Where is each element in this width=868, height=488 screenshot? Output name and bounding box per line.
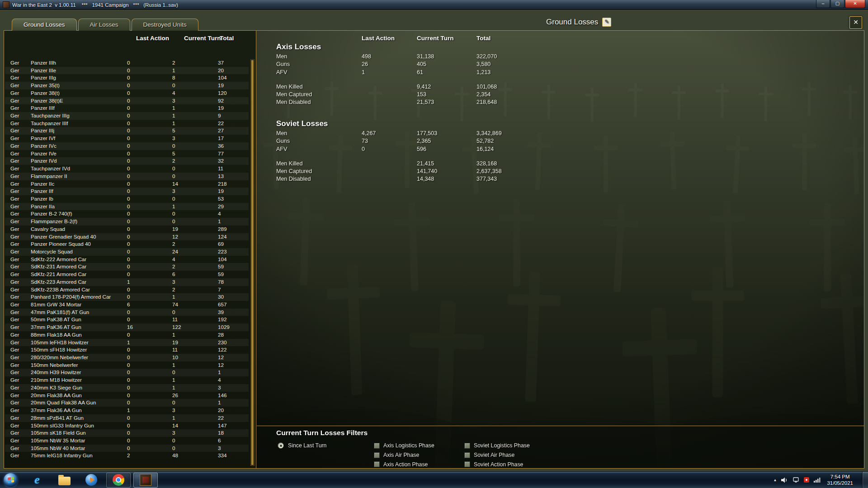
table-row[interactable]: Ger37mm PaK36 AT Gun161221029 [5,324,249,331]
table-row[interactable]: GerPanzer Grenadier Squad 40012124 [5,233,249,241]
table-row[interactable]: GerPanhard 178-P204(f) Armored Car0130 [5,293,249,301]
minimize-button[interactable]: – [816,0,830,8]
filter-checkbox[interactable]: Axis Action Phase [374,460,464,469]
filter-checkbox[interactable]: Soviet Logistics Phase [464,441,530,450]
taskbar-chrome-button[interactable] [106,473,131,488]
table-row[interactable]: GerPanzer 38(t)04120 [5,89,249,97]
table-row[interactable]: GerSdKfz-221 Armored Car0659 [5,271,249,278]
cell-last: 0 [127,369,130,376]
cell-tot: 1 [218,218,221,225]
taskbar-ie-button[interactable]: e [25,473,49,488]
tab-destroyed-units[interactable]: Destroyed Units [132,19,198,31]
table-row[interactable]: Ger150mm sFH18 Howitzer011122 [5,346,249,354]
table-row[interactable]: GerCavalry Squad019289 [5,225,249,233]
start-button[interactable] [4,473,18,487]
cell-nation: Ger [10,173,19,180]
table-row[interactable]: Ger105mm NbW 40 Mortar003 [5,445,249,452]
table-row[interactable]: GerPanzer IIa0129 [5,203,249,211]
cell-cur: 14 [172,180,178,188]
table-row[interactable]: Ger37mm Flak36 AA Gun1320 [5,407,249,414]
maximize-button[interactable]: ▢ [830,0,844,8]
table-row[interactable]: GerPanzer IIf0319 [5,188,249,195]
cell-cur: 0 [172,399,175,407]
cell-last: 0 [127,414,130,422]
table-row[interactable]: GerPanzer IIc014218 [5,180,249,188]
table-row[interactable]: GerPanzer Ib0053 [5,195,249,203]
filter-checkbox[interactable]: Soviet Action Phase [464,460,530,469]
network-icon[interactable] [793,477,799,483]
cell-cur: 2 [172,157,175,165]
table-row[interactable]: Ger20mm Flak38 AA Gun026146 [5,392,249,399]
cell-last: 1 [127,339,130,347]
close-window-button[interactable]: ✕ [845,0,865,8]
table-row[interactable]: Ger20mm Quad Flak38 AA Gun001 [5,399,249,407]
table-row[interactable]: GerPanzer IIIj0527 [5,127,249,135]
table-row[interactable]: Ger105mm NbW 35 Mortar006 [5,437,249,445]
table-row[interactable]: GerSdKfz-231 Armored Car0259 [5,263,249,271]
filter-checkbox[interactable]: Soviet Air Phase [464,450,530,460]
show-desktop-button[interactable] [862,472,868,488]
cell-nation: Ger [10,301,19,309]
table-row[interactable]: GerSdKfz-222 Armored Car04104 [5,256,249,263]
taskbar-clock[interactable]: 7:54 PM 31/05/2021 [827,474,853,486]
table-row[interactable]: Ger47mm PaK181(f) AT Gun0039 [5,309,249,316]
tab-ground-losses[interactable]: Ground Losses [12,19,77,31]
table-row[interactable]: GerPanzer IIIg08104 [5,74,249,82]
table-row[interactable]: Ger240mm K3 Siege Gun013 [5,384,249,392]
cell-last: 0 [127,188,130,195]
cell-name: 150mm Nebelwerfer [31,361,78,369]
table-row[interactable]: GerFlammpanzer II0013 [5,173,249,180]
table-row[interactable]: GerMotorcycle Squad024223 [5,248,249,256]
table-row[interactable]: Ger50mm PaK38 AT Gun011192 [5,316,249,324]
table-row[interactable]: Ger210mm M18 Howitzer014 [5,376,249,384]
table-scrollbar[interactable] [250,59,255,466]
taskbar-explorer-button[interactable] [52,473,76,488]
table-row[interactable]: GerFlammpanzer B-2(f)001 [5,218,249,225]
notes-icon[interactable]: ✎ [602,18,611,27]
hidden-icons-chevron-icon[interactable]: ▲ [774,478,777,482]
table-row[interactable]: GerPanzer IIIe0120 [5,67,249,75]
table-row[interactable]: GerTauchpanzer IIIf0122 [5,120,249,127]
cell-cur: 74 [172,301,178,309]
table-row[interactable]: GerPanzer Pioneer Squad 400269 [5,240,249,248]
taskbar-wite2-button[interactable] [133,473,158,488]
table-row[interactable]: GerSdKfz-223 Armored Car1378 [5,278,249,286]
since-last-turn-radio[interactable]: Since Last Turn [278,442,326,449]
table-row[interactable]: GerPanzer 35(t)0019 [5,82,249,89]
table-row[interactable]: GerSdKfz-223B Armored Car027 [5,286,249,294]
cell-name: Panzer IIc [31,180,54,188]
table-row[interactable]: Ger88mm Flak18 AA Gun0128 [5,331,249,339]
table-row[interactable]: Ger240mm H39 Howitzer001 [5,369,249,376]
filter-checkbox[interactable]: Axis Logistics Phase [374,441,464,450]
summary-row: Men Captured1532,354 [257,91,864,99]
table-row[interactable]: Ger105mm sK18 Field Gun0318 [5,429,249,437]
table-row[interactable]: GerPanzer B-2 740(f)004 [5,210,249,218]
table-row[interactable]: Ger75mm leIG18 Infantry Gun248334 [5,452,249,460]
cell-name: SdKfz-222 Armored Car [31,256,86,263]
table-row[interactable]: GerTauchpanzer IVd0011 [5,165,249,173]
signal-bars-icon[interactable] [814,477,821,483]
filter-checkbox[interactable]: Axis Air Phase [374,450,464,460]
summary-value: 1,213 [476,69,491,75]
table-row[interactable]: GerPanzer IIIh0237 [5,59,249,67]
close-screen-button[interactable]: ✕ [849,16,862,29]
table-row[interactable]: GerPanzer IVf0317 [5,135,249,142]
table-row[interactable]: Ger81mm GrW 34 Mortar674657 [5,301,249,309]
table-row[interactable]: Ger28mm sPzB41 AT Gun0122 [5,414,249,422]
table-row[interactable]: GerPanzer 38(t)E0392 [5,97,249,105]
taskbar-media-player-button[interactable] [79,473,104,488]
scrollbar-thumb[interactable] [251,60,254,465]
table-row[interactable]: Ger150mm Nebelwerfer0112 [5,361,249,369]
table-row[interactable]: GerPanzer IVd0232 [5,157,249,165]
tab-air-losses[interactable]: Air Losses [78,19,130,31]
table-row[interactable]: Ger105mm leFH18 Howitzer119230 [5,339,249,347]
volume-icon[interactable] [781,477,788,483]
table-row[interactable]: GerPanzer IIIf0119 [5,104,249,112]
table-row[interactable]: GerTauchpanzer IIIg019 [5,112,249,120]
antivirus-tray-icon[interactable] [804,477,809,483]
table-row[interactable]: GerPanzer IVc0036 [5,142,249,150]
table-row[interactable]: Ger280/320mm Nebelwerfer01012 [5,354,249,361]
table-row[interactable]: GerPanzer IVe0577 [5,150,249,158]
cell-tot: 289 [218,225,226,233]
table-row[interactable]: Ger150mm sIG33 Infantry Gun014147 [5,422,249,430]
